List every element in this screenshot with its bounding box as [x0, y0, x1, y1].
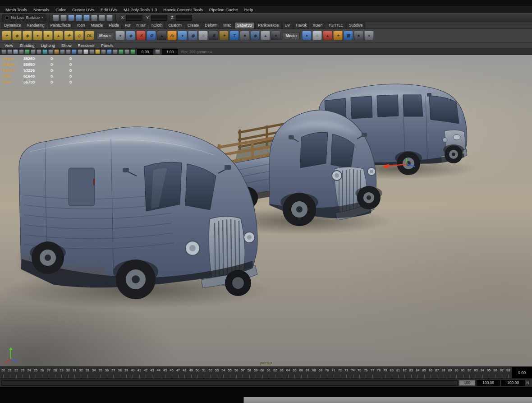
snap-point-icon[interactable]: [83, 14, 90, 21]
timeline-frame-tick[interactable]: 63: [278, 367, 284, 378]
timeline-frame-tick[interactable]: 73: [343, 367, 349, 378]
timeline-frame-tick[interactable]: 49: [188, 367, 194, 378]
timeline-frame-tick[interactable]: 66: [298, 367, 304, 378]
timeline-frame-tick[interactable]: 95: [486, 367, 492, 378]
two-d-pan-zoom-icon[interactable]: [31, 49, 36, 54]
timeline-frame-tick[interactable]: 23: [19, 367, 26, 378]
menu-item[interactable]: MJ Poly Tools 1.3: [120, 7, 160, 12]
viewport-3d[interactable]: Verts: 36260 0 0 Edges: 88650 0 0 Faces:…: [0, 55, 532, 366]
menu-item[interactable]: Mesh Tools: [2, 7, 30, 12]
shelf-spheres-icon[interactable]: ●: [178, 31, 187, 40]
shelf-poly-tool-3-icon[interactable]: ◈: [23, 31, 32, 40]
snap-curve-icon[interactable]: [76, 14, 82, 21]
shelf-tab[interactable]: Fluids: [106, 22, 122, 28]
timeline-frame-tick[interactable]: 25: [32, 367, 39, 378]
shelf-dark-icon[interactable]: ▲: [157, 31, 166, 40]
shelf-shadow-icon[interactable]: ●: [271, 31, 280, 40]
shelf-misc-dropdown-1[interactable]: Misc: [95, 32, 115, 39]
shelf-steel-icon[interactable]: ●: [364, 31, 374, 40]
timeline-frame-tick[interactable]: 30: [65, 367, 71, 378]
shelf-tab[interactable]: Misc: [220, 22, 234, 28]
shelf-ai-icon[interactable]: Ai: [167, 31, 177, 40]
timeline-frame-tick[interactable]: 21: [6, 367, 13, 378]
timeline-frame-tick[interactable]: 97: [499, 367, 505, 378]
shelf-tab[interactable]: PaintEffects: [48, 22, 73, 28]
shelf-tab[interactable]: nCloth: [149, 22, 165, 28]
timeline-frame-tick[interactable]: 53: [214, 367, 220, 378]
default-material-icon[interactable]: [95, 49, 100, 54]
gamma-icon[interactable]: [155, 49, 160, 54]
live-surface-dropdown[interactable]: No Live Surface ▾: [2, 14, 46, 21]
panel-menu-item[interactable]: View: [1, 43, 16, 48]
timeline-frame-tick[interactable]: 51: [201, 367, 207, 378]
timeline-frame-tick[interactable]: 47: [175, 367, 181, 378]
timeline-frame-tick[interactable]: 31: [71, 367, 78, 378]
shelf-tab[interactable]: Deform: [202, 22, 220, 28]
shelf-gear-icon[interactable]: ⚙: [147, 31, 156, 40]
panel-menu-item[interactable]: Show: [58, 43, 75, 48]
timeline-frame-tick[interactable]: 91: [460, 367, 466, 378]
selected-camera-icon[interactable]: [1, 49, 6, 54]
timeline-frame-tick[interactable]: 67: [304, 367, 311, 378]
timeline-frame-tick[interactable]: 54: [220, 367, 226, 378]
timeline-frame-tick[interactable]: 48: [181, 367, 188, 378]
shelf-tab[interactable]: Create: [185, 22, 202, 28]
shelf-tab[interactable]: Custom: [165, 22, 184, 28]
timeline-frame-tick[interactable]: 60: [259, 367, 265, 378]
timeline-frame-tick[interactable]: 93: [472, 367, 479, 378]
menu-item[interactable]: Help: [241, 7, 257, 12]
timeline-frame-tick[interactable]: 84: [414, 367, 421, 378]
shelf-tab[interactable]: Dynamics: [1, 22, 23, 28]
timeline-frame-tick[interactable]: 43: [149, 367, 155, 378]
shelf-tab[interactable]: Fur: [122, 22, 133, 28]
command-line-area[interactable]: [0, 387, 532, 403]
shelf-blue-poly-icon[interactable]: ◆: [126, 31, 135, 40]
timeline-frame-tick[interactable]: 37: [110, 367, 116, 378]
timeline-frame-tick[interactable]: 58: [246, 367, 252, 378]
timeline-frame-tick[interactable]: 86: [427, 367, 434, 378]
image-plane-icon[interactable]: [25, 49, 30, 54]
timeline-frame-tick[interactable]: 81: [395, 367, 401, 378]
timeline-frame-tick[interactable]: 61: [266, 367, 272, 378]
timeline-frame-tick[interactable]: 71: [330, 367, 336, 378]
timeline-frame-tick[interactable]: 35: [97, 367, 103, 378]
menu-item[interactable]: Color: [52, 7, 69, 12]
menu-item[interactable]: Normals: [30, 7, 52, 12]
exposure-field[interactable]: [137, 49, 153, 55]
fill-mode-icon[interactable]: [83, 49, 88, 54]
screen-space-ao-icon[interactable]: [119, 49, 124, 54]
shelf-gray-orb-icon[interactable]: ○: [198, 31, 208, 40]
film-gate-icon[interactable]: [48, 49, 53, 54]
timeline-frame-tick[interactable]: 75: [356, 367, 362, 378]
timeline-frame-tick[interactable]: 38: [116, 367, 123, 378]
timeline-frame-tick[interactable]: 41: [136, 367, 142, 378]
menu-item[interactable]: Edit UVs: [97, 7, 120, 12]
shelf-poly-tool-2-icon[interactable]: ◆: [12, 31, 22, 40]
playback-start-field[interactable]: 100: [459, 380, 475, 386]
grid-icon[interactable]: [42, 49, 47, 54]
timeline-frame-tick[interactable]: 42: [142, 367, 149, 378]
timeline-frame-tick[interactable]: 22: [13, 367, 19, 378]
menu-item[interactable]: Pipeline Cache: [206, 7, 241, 12]
panel-menu-item[interactable]: Lighting: [37, 43, 58, 48]
scene-canvas[interactable]: [0, 55, 532, 366]
shelf-delete-icon[interactable]: ✕: [136, 31, 146, 40]
shelf-building-icon[interactable]: ▣: [344, 31, 353, 40]
construction-icon[interactable]: [106, 14, 113, 21]
shelf-key-icon[interactable]: ✦: [219, 31, 229, 40]
shelf-tab[interactable]: Saber3D: [234, 22, 255, 28]
timeline-frame-tick[interactable]: 27: [46, 367, 52, 378]
timeline-frame-tick[interactable]: 78: [376, 367, 382, 378]
shelf-tab[interactable]: Parikovskoe: [255, 22, 281, 28]
timeline-frame-tick[interactable]: 80: [389, 367, 395, 378]
timeline-frame-tick[interactable]: 33: [84, 367, 91, 378]
timeline-frame-tick[interactable]: 34: [91, 367, 97, 378]
resolution-gate-icon[interactable]: [54, 49, 59, 54]
menu-item[interactable]: Havok Content Tools: [160, 7, 206, 12]
colorspace-dropdown[interactable]: Rec 709 gamma: [181, 50, 212, 54]
timeline-frame-tick[interactable]: 56: [233, 367, 239, 378]
shelf-blue-ball-icon[interactable]: ●: [302, 31, 312, 40]
gamma-field[interactable]: [162, 49, 178, 55]
shelf-poly-tool-1-icon[interactable]: ✦: [2, 31, 11, 40]
shelf-poly-tool-6-icon[interactable]: ▲: [54, 31, 63, 40]
